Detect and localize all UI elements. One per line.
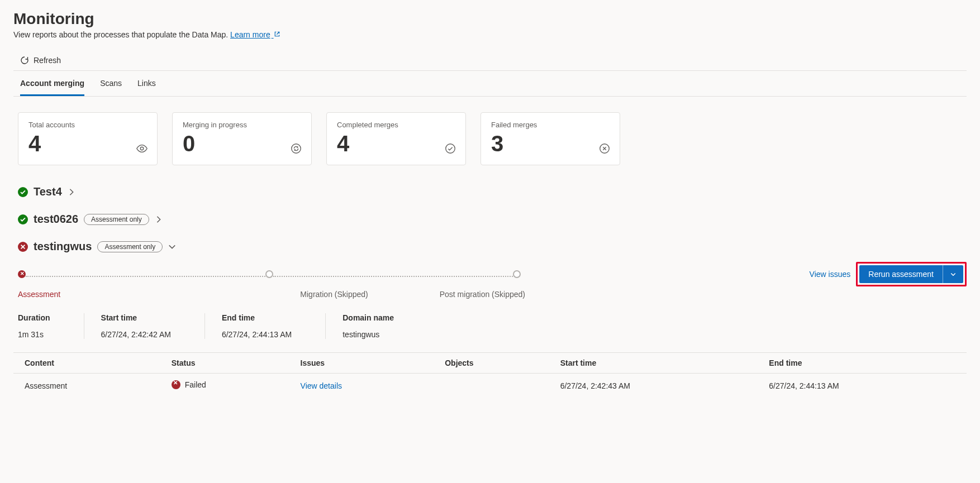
cell-status: Failed bbox=[160, 374, 289, 398]
col-end-time[interactable]: End time bbox=[758, 353, 967, 374]
rerun-assessment-label: Rerun assessment bbox=[859, 265, 943, 283]
col-content[interactable]: Content bbox=[13, 353, 160, 374]
eye-icon bbox=[136, 142, 148, 155]
failed-icon bbox=[172, 380, 180, 389]
tab-scans[interactable]: Scans bbox=[100, 71, 122, 96]
stage-connector bbox=[273, 276, 513, 277]
end-time-label: End time bbox=[222, 313, 292, 322]
cell-objects bbox=[434, 374, 549, 398]
duration-label: Duration bbox=[18, 313, 50, 322]
col-issues[interactable]: Issues bbox=[289, 353, 434, 374]
card-label: Completed merges bbox=[337, 121, 455, 129]
check-circle-icon bbox=[444, 142, 456, 155]
account-row-test0626[interactable]: test0626 Assessment only bbox=[13, 209, 967, 229]
chevron-down-icon[interactable] bbox=[168, 243, 176, 251]
status-text: Failed bbox=[185, 380, 206, 389]
stage-assessment-label: Assessment bbox=[18, 290, 229, 299]
learn-more-link[interactable]: Learn more bbox=[230, 30, 280, 39]
cell-content: Assessment bbox=[13, 374, 160, 398]
svg-point-0 bbox=[140, 147, 144, 150]
summary-cards: Total accounts 4 Merging in progress 0 C… bbox=[13, 112, 967, 165]
stage-progress bbox=[18, 270, 521, 278]
card-label: Merging in progress bbox=[183, 121, 301, 129]
cell-end: 6/27/24, 2:44:13 AM bbox=[758, 374, 967, 398]
card-failed-merges[interactable]: Failed merges 3 bbox=[481, 112, 620, 165]
card-completed-merges[interactable]: Completed merges 4 bbox=[326, 112, 466, 165]
highlight-annotation: Rerun assessment bbox=[856, 262, 967, 286]
tabs: Account merging Scans Links bbox=[13, 71, 967, 97]
external-link-icon bbox=[272, 30, 280, 39]
card-total-accounts[interactable]: Total accounts 4 bbox=[18, 112, 158, 165]
domain-name-value: testingwus bbox=[342, 330, 394, 339]
refresh-button[interactable]: Refresh bbox=[13, 52, 967, 70]
duration-value: 1m 31s bbox=[18, 330, 50, 339]
card-value: 4 bbox=[28, 132, 147, 155]
account-name: testingwus bbox=[34, 240, 92, 253]
stage-postmigration-dot bbox=[513, 270, 521, 278]
svg-point-2 bbox=[446, 144, 455, 154]
stage-connector bbox=[26, 276, 265, 277]
table-header-row: Content Status Issues Objects Start time… bbox=[13, 353, 967, 374]
card-value: 3 bbox=[491, 132, 610, 155]
end-time-value: 6/27/24, 2:44:13 AM bbox=[222, 330, 292, 339]
page-title: Monitoring bbox=[13, 10, 967, 28]
stage-migration-dot bbox=[265, 270, 273, 278]
subtitle-text: View reports about the processes that po… bbox=[13, 30, 230, 39]
success-icon bbox=[18, 187, 28, 197]
tab-account-merging[interactable]: Account merging bbox=[20, 71, 84, 96]
x-circle-icon bbox=[598, 142, 611, 155]
cell-issues: View details bbox=[289, 374, 434, 398]
col-start-time[interactable]: Start time bbox=[549, 353, 758, 374]
card-value: 0 bbox=[183, 132, 301, 155]
results-table: Content Status Issues Objects Start time… bbox=[13, 352, 967, 398]
refresh-label: Refresh bbox=[34, 56, 61, 65]
chevron-right-icon[interactable] bbox=[68, 188, 75, 196]
detail-grid: Duration 1m 31s Start time 6/27/24, 2:42… bbox=[18, 313, 967, 339]
col-objects[interactable]: Objects bbox=[434, 353, 549, 374]
stage-migration-label: Migration (Skipped) bbox=[300, 290, 368, 299]
rerun-assessment-dropdown[interactable] bbox=[943, 265, 963, 283]
card-label: Failed merges bbox=[491, 121, 610, 129]
assessment-only-chip: Assessment only bbox=[84, 214, 149, 225]
domain-name-label: Domain name bbox=[342, 313, 394, 322]
col-status[interactable]: Status bbox=[160, 353, 289, 374]
card-label: Total accounts bbox=[28, 121, 147, 129]
start-time-value: 6/27/24, 2:42:42 AM bbox=[101, 330, 171, 339]
success-icon bbox=[18, 214, 28, 224]
account-row-testingwus[interactable]: testingwus Assessment only bbox=[13, 237, 967, 256]
table-row[interactable]: Assessment Failed View details 6/27/24, … bbox=[13, 374, 967, 398]
sync-icon bbox=[290, 142, 302, 155]
stage-assessment-dot bbox=[18, 270, 26, 278]
svg-point-1 bbox=[292, 144, 301, 154]
chevron-right-icon[interactable] bbox=[155, 216, 163, 223]
stage-postmigration-label: Post migration (Skipped) bbox=[440, 290, 525, 299]
refresh-icon bbox=[20, 56, 29, 65]
account-name: Test4 bbox=[34, 185, 62, 198]
start-time-label: Start time bbox=[101, 313, 171, 322]
view-issues-link[interactable]: View issues bbox=[810, 270, 851, 279]
account-name: test0626 bbox=[34, 213, 78, 226]
assessment-only-chip: Assessment only bbox=[97, 241, 163, 252]
tab-links[interactable]: Links bbox=[137, 71, 156, 96]
view-details-link[interactable]: View details bbox=[301, 381, 342, 390]
page-subtitle: View reports about the processes that po… bbox=[13, 30, 967, 39]
cell-start: 6/27/24, 2:42:43 AM bbox=[549, 374, 758, 398]
account-row-test4[interactable]: Test4 bbox=[13, 182, 967, 202]
card-value: 4 bbox=[337, 132, 455, 155]
error-icon bbox=[18, 242, 28, 252]
rerun-assessment-button[interactable]: Rerun assessment bbox=[859, 265, 963, 283]
card-merging-progress[interactable]: Merging in progress 0 bbox=[172, 112, 312, 165]
